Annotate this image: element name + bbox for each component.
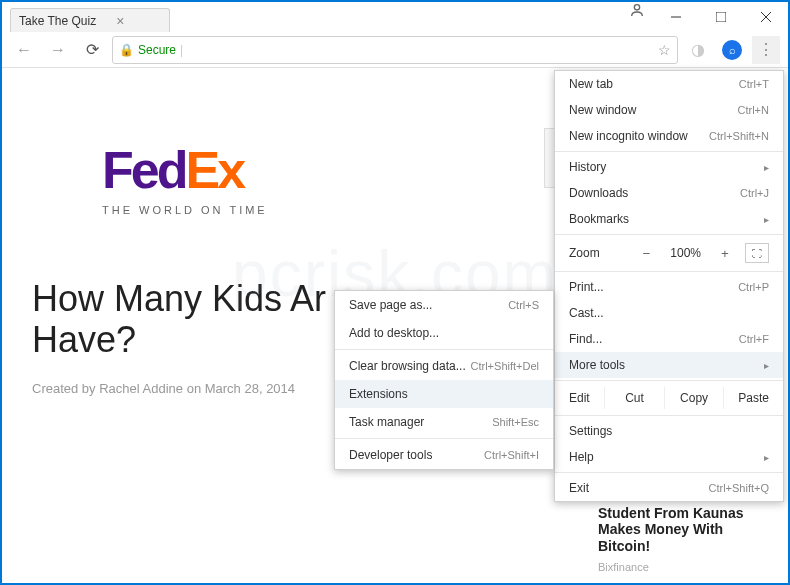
- menu-find[interactable]: Find...Ctrl+F: [555, 326, 783, 352]
- menu-print[interactable]: Print...Ctrl+P: [555, 274, 783, 300]
- browser-tab[interactable]: Take The Quiz ×: [10, 8, 170, 32]
- zoom-out-button[interactable]: −: [634, 241, 658, 265]
- menu-settings[interactable]: Settings: [555, 418, 783, 444]
- address-bar[interactable]: 🔒 Secure | ☆: [112, 36, 678, 64]
- search-extension-icon[interactable]: ⌕: [718, 36, 746, 64]
- edit-label: Edit: [569, 391, 604, 405]
- menu-zoom-row: Zoom − 100% + ⛶: [555, 237, 783, 269]
- profile-icon[interactable]: [621, 2, 653, 18]
- bookmark-star-icon[interactable]: ☆: [658, 42, 671, 58]
- submenu-save-page-as[interactable]: Save page as...Ctrl+S: [335, 291, 553, 319]
- chrome-menu: New tabCtrl+T New windowCtrl+N New incog…: [554, 70, 784, 502]
- close-button[interactable]: [743, 2, 788, 32]
- fedex-logo: FedEx: [102, 140, 268, 200]
- more-tools-submenu: Save page as...Ctrl+S Add to desktop... …: [334, 290, 554, 470]
- reload-button[interactable]: ⟳: [78, 36, 106, 64]
- logo-fed: Fed: [102, 140, 185, 200]
- svg-rect-2: [716, 12, 726, 22]
- submenu-clear-browsing-data[interactable]: Clear browsing data...Ctrl+Shift+Del: [335, 352, 553, 380]
- menu-cast[interactable]: Cast...: [555, 300, 783, 326]
- menu-help[interactable]: Help: [555, 444, 783, 470]
- maximize-button[interactable]: [698, 2, 743, 32]
- copy-button[interactable]: Copy: [664, 387, 724, 409]
- menu-exit[interactable]: ExitCtrl+Shift+Q: [555, 475, 783, 501]
- tab-title: Take The Quiz: [19, 14, 96, 28]
- menu-incognito[interactable]: New incognito windowCtrl+Shift+N: [555, 123, 783, 149]
- secure-label: Secure: [138, 43, 176, 57]
- back-button[interactable]: ←: [10, 36, 38, 64]
- menu-downloads[interactable]: DownloadsCtrl+J: [555, 180, 783, 206]
- submenu-developer-tools[interactable]: Developer toolsCtrl+Shift+I: [335, 441, 553, 469]
- logo-ex: Ex: [185, 140, 243, 200]
- logo-tagline: THE WORLD ON TIME: [102, 204, 268, 216]
- zoom-percent: 100%: [660, 246, 711, 260]
- zoom-label: Zoom: [569, 246, 634, 260]
- zoom-in-button[interactable]: +: [713, 241, 737, 265]
- card-title: Student From Kaunas Makes Money With Bit…: [598, 505, 758, 555]
- submenu-task-manager[interactable]: Task managerShift+Esc: [335, 408, 553, 436]
- card-source: Bixfinance: [598, 561, 758, 573]
- menu-button[interactable]: ⋮: [752, 36, 780, 64]
- menu-new-window[interactable]: New windowCtrl+N: [555, 97, 783, 123]
- fullscreen-button[interactable]: ⛶: [745, 243, 769, 263]
- svg-point-0: [634, 5, 639, 10]
- menu-bookmarks[interactable]: Bookmarks: [555, 206, 783, 232]
- paste-button[interactable]: Paste: [723, 387, 783, 409]
- menu-more-tools[interactable]: More tools: [555, 352, 783, 378]
- menu-edit-row: Edit Cut Copy Paste: [555, 383, 783, 413]
- tab-strip: Take The Quiz ×: [2, 2, 621, 32]
- headline-line1: How Many Kids Ar: [32, 278, 326, 319]
- cut-button[interactable]: Cut: [604, 387, 664, 409]
- submenu-extensions[interactable]: Extensions: [335, 380, 553, 408]
- headline-line2: Have?: [32, 319, 136, 360]
- close-icon[interactable]: ×: [116, 13, 124, 29]
- window-controls: [653, 2, 788, 32]
- toolbar: ← → ⟳ 🔒 Secure | ☆ ◑ ⌕ ⋮: [2, 32, 788, 68]
- lock-icon: 🔒: [119, 43, 134, 57]
- menu-history[interactable]: History: [555, 154, 783, 180]
- forward-button: →: [44, 36, 72, 64]
- submenu-add-to-desktop[interactable]: Add to desktop...: [335, 319, 553, 347]
- minimize-button[interactable]: [653, 2, 698, 32]
- menu-new-tab[interactable]: New tabCtrl+T: [555, 71, 783, 97]
- extension-divider-icon: ◑: [684, 36, 712, 64]
- titlebar: Take The Quiz ×: [2, 2, 788, 32]
